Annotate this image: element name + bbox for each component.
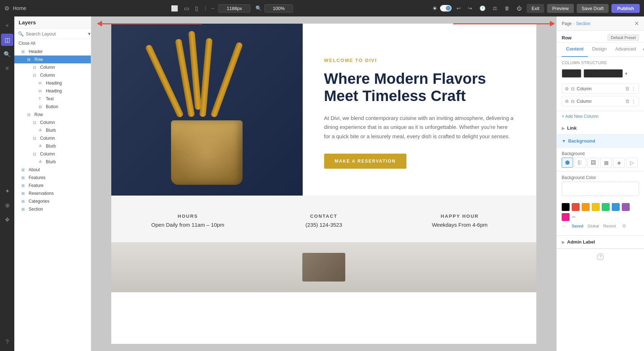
publish-button[interactable]: Publish: [611, 4, 640, 13]
search-btn[interactable]: 🔍: [1, 48, 13, 60]
layer-feature[interactable]: ⊞ Feature: [14, 182, 91, 189]
mobile-btn[interactable]: ▯: [193, 4, 200, 13]
layer-heading-2[interactable]: H Heading: [14, 87, 91, 95]
save-draft-button[interactable]: Save Draft: [577, 4, 609, 13]
cta-button[interactable]: MAKE A RESERVATION: [324, 154, 406, 169]
customize-btn[interactable]: ✦: [1, 185, 13, 197]
history-btn[interactable]: ↩: [454, 4, 463, 13]
columns-list: ⚙ ⊟ Column 🗑 ⋮ ⚙ ⊟ Column 🗑 ⋮: [557, 81, 644, 111]
tab-content[interactable]: Content: [562, 43, 588, 57]
layer-col-1[interactable]: ⊡ Column: [14, 63, 91, 71]
layer-col-3[interactable]: ⊡ Column: [14, 119, 91, 126]
layer-blurb-2[interactable]: ≛ Blurb: [14, 142, 91, 150]
swatch-purple[interactable]: [622, 203, 630, 211]
bg-header[interactable]: ▼ Background: [557, 135, 644, 148]
col-copy-icon-2[interactable]: ⊟: [571, 99, 575, 104]
col-settings-icon-2[interactable]: ⚙: [565, 99, 569, 104]
swatch-green[interactable]: [602, 203, 610, 211]
layer-section[interactable]: ⊞ Section: [14, 205, 91, 213]
bg-color-picker[interactable]: [562, 182, 639, 196]
breadcrumb-sep: ›: [573, 21, 575, 26]
help-btn-icon[interactable]: ?: [1, 336, 13, 348]
layer-col-5[interactable]: ⊡ Column: [14, 150, 91, 158]
exit-button[interactable]: Exit: [527, 4, 545, 13]
settings2-btn[interactable]: ⚖: [491, 4, 499, 13]
bg-type-mask[interactable]: ◈: [613, 158, 625, 168]
column-structure-label: Column Structure: [557, 57, 644, 67]
preview-button[interactable]: Preview: [547, 4, 574, 13]
col-delete-2[interactable]: 🗑: [625, 98, 630, 104]
help-circle-btn[interactable]: ?: [597, 253, 604, 260]
power-btn[interactable]: ⏻: [514, 4, 524, 13]
layer-blurb-1[interactable]: ≛ Blurb: [14, 126, 91, 134]
layer-row-2[interactable]: ⊟ Row: [14, 111, 91, 119]
col-delete-1[interactable]: 🗑: [625, 86, 630, 91]
layer-col-2[interactable]: ⊡ Column: [14, 71, 91, 79]
layer-col-4[interactable]: ⊡ Column: [14, 134, 91, 142]
tablet-btn[interactable]: ▭: [182, 4, 191, 13]
col-preset-small[interactable]: [562, 69, 581, 78]
saved-tab-global[interactable]: Global: [587, 224, 599, 228]
col-more-1[interactable]: ⋮: [631, 86, 636, 91]
layer-button-1[interactable]: ⊟ Button: [14, 103, 91, 111]
swatch-yellow[interactable]: [592, 203, 600, 211]
col-copy-icon-1[interactable]: ⊟: [571, 86, 575, 91]
admin-header[interactable]: ▶ Admin Label: [557, 235, 644, 249]
swatch-red[interactable]: [572, 203, 580, 211]
tab-advanced[interactable]: Advanced: [611, 43, 640, 57]
saved-tab-recent[interactable]: Recent: [603, 224, 616, 228]
presets-btn[interactable]: ❖: [1, 213, 13, 226]
settings-icon[interactable]: ⚙: [4, 5, 9, 12]
preset-button[interactable]: Default Preset: [608, 34, 639, 41]
canvas-scroll[interactable]: WELCOME TO DIVI Where Modern Flavors Mee…: [91, 16, 556, 351]
theme-toggle[interactable]: [440, 5, 452, 11]
col-preset-large[interactable]: [584, 69, 623, 78]
tab-more[interactable]: ▾: [641, 43, 644, 57]
col-more-2[interactable]: ⋮: [631, 98, 636, 104]
layer-text-1[interactable]: T Text: [14, 95, 91, 103]
layers-btn[interactable]: ◫: [1, 34, 13, 46]
layer-blurb-3[interactable]: ≛ Blurb: [14, 158, 91, 166]
add-column-btn[interactable]: + Add New Column: [557, 111, 644, 122]
swatch-black[interactable]: [562, 203, 570, 211]
layer-features[interactable]: ⊞ Features: [14, 174, 91, 182]
desktop-btn[interactable]: ⬜: [169, 4, 180, 13]
layer-categories[interactable]: ⊞ Categories: [14, 197, 91, 205]
swatch-orange[interactable]: [582, 203, 590, 211]
width-input[interactable]: 1188px: [218, 4, 250, 13]
layer-heading-1[interactable]: H Heading: [14, 79, 91, 87]
redo-btn[interactable]: ↪: [466, 4, 474, 13]
bg-type-video[interactable]: ▷: [626, 158, 638, 168]
layer-row-1[interactable]: ⊟ Row: [14, 56, 91, 63]
panel-close-btn[interactable]: ✕: [634, 20, 639, 27]
woo-btn[interactable]: ⊕: [1, 199, 13, 211]
swatch-pink[interactable]: [562, 213, 570, 221]
col-preset-dropdown[interactable]: ▾: [625, 71, 628, 76]
link-header[interactable]: ▶ Link: [557, 122, 644, 135]
bg-type-image[interactable]: 🖼: [587, 158, 599, 168]
layer-about[interactable]: ⊞ About: [14, 166, 91, 174]
col-settings-icon-1[interactable]: ⚙: [565, 86, 569, 91]
theme-toggle-sun: ☀: [432, 5, 437, 12]
add-element-btn[interactable]: ＋: [1, 19, 13, 32]
trash-btn[interactable]: 🗑: [502, 4, 512, 13]
layers-search-input[interactable]: [26, 31, 86, 37]
filter-btn[interactable]: ▾: [88, 31, 91, 37]
bg-type-color[interactable]: [562, 158, 573, 168]
swatch-blue[interactable]: [612, 203, 620, 211]
saved-tab-saved[interactable]: Saved: [572, 224, 583, 228]
svg-rect-1: [578, 160, 583, 165]
more-options-btn[interactable]: ···: [562, 223, 565, 229]
clock-btn[interactable]: 🕐: [477, 4, 488, 13]
saved-tabs-row: ··· Saved Global Recent ⚙: [562, 222, 639, 230]
layer-header[interactable]: ⊞ Header: [14, 48, 91, 56]
bg-type-pattern[interactable]: ▦: [600, 158, 612, 168]
saved-settings-btn[interactable]: ⚙: [622, 223, 626, 229]
close-all-btn[interactable]: Close All: [14, 39, 91, 48]
tab-design[interactable]: Design: [588, 43, 611, 57]
swatch-edit-btn[interactable]: ✏: [572, 214, 576, 220]
bg-type-gradient[interactable]: [575, 158, 586, 168]
media-btn[interactable]: ≡: [1, 62, 13, 74]
layer-reservations[interactable]: ⊞ Reservations: [14, 189, 91, 197]
zoom-input[interactable]: 100%: [264, 4, 293, 13]
